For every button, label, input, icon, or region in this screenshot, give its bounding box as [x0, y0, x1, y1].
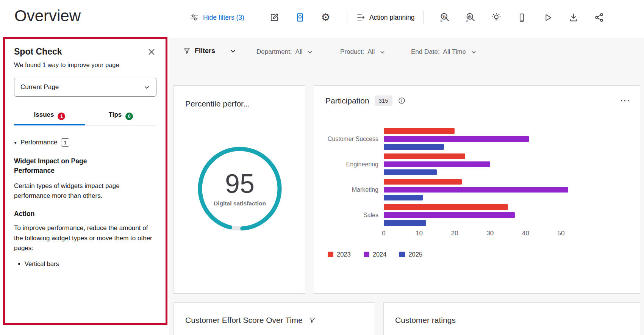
stats-iq-search-icon: ia	[465, 12, 476, 23]
legend-label: 2023	[337, 251, 351, 258]
bar-2023[interactable]	[384, 153, 465, 159]
action-planning-icon	[356, 13, 366, 22]
spot-check-subtitle: We found 1 way to improve your page	[14, 61, 156, 69]
filters-label: Filters	[195, 47, 215, 55]
svg-text:Ts: Ts	[442, 15, 446, 19]
insights-button[interactable]	[490, 11, 502, 23]
performance-count-badge: 1	[61, 138, 69, 147]
hide-filters-button[interactable]: Hide filters (3)	[189, 13, 244, 22]
bar-2025[interactable]	[384, 195, 423, 200]
chart-row: Engineering	[325, 153, 631, 175]
filter-end-date-label: End Date:	[411, 48, 440, 56]
more-options-button[interactable]: ⋯	[620, 95, 631, 106]
download-button[interactable]	[567, 11, 580, 23]
participation-legend: 202320242025	[328, 251, 631, 258]
category-label: Customer Success	[325, 136, 384, 142]
bar-2023[interactable]	[384, 204, 508, 210]
issue-bullet: Vertical bars	[25, 259, 156, 269]
chevron-down-icon	[307, 49, 313, 55]
category-label: Engineering	[325, 161, 384, 168]
tab-issues[interactable]: Issues1	[14, 106, 85, 125]
participation-chart: Customer SuccessEngineeringMarketingSale…	[325, 128, 631, 258]
lightbulb-icon	[491, 13, 501, 22]
spot-check-button[interactable]	[294, 11, 306, 23]
page-selector-value: Current Page	[20, 83, 59, 91]
bar-2025[interactable]	[384, 169, 437, 175]
caret-down-icon: ▾	[14, 139, 17, 146]
filter-end-date[interactable]: End Date: All Time	[411, 48, 477, 56]
bar-2025[interactable]	[384, 144, 444, 150]
share-button[interactable]	[593, 11, 605, 23]
close-icon	[147, 47, 156, 57]
svg-text:ia: ia	[440, 20, 442, 22]
legend-item[interactable]: 2023	[328, 251, 351, 258]
chevron-down-icon	[380, 49, 385, 55]
tips-count-badge: 0	[125, 113, 133, 120]
chevron-down-icon	[144, 84, 150, 91]
percentile-card: Percentile perfor... 95 Digital satisfac…	[174, 85, 305, 294]
page-search-icon	[295, 13, 305, 22]
legend-swatch	[399, 252, 405, 257]
spot-check-title: Spot Check	[14, 47, 62, 57]
performance-section-label: Performance	[20, 139, 57, 146]
info-icon[interactable]	[398, 97, 406, 105]
bar-2024[interactable]	[384, 212, 515, 218]
chart-row: Marketing	[325, 179, 631, 200]
page-selector-dropdown[interactable]: Current Page	[14, 78, 156, 97]
gauge-value: 95	[225, 171, 255, 197]
issue-body: Certain types of widgets impact page per…	[14, 181, 154, 201]
filter-department-label: Department:	[256, 48, 292, 56]
legend-swatch	[328, 252, 333, 257]
filter-product[interactable]: Product: All	[340, 48, 385, 56]
issue-heading: Widget Impact on Page Performance	[14, 157, 120, 176]
legend-item[interactable]: 2024	[364, 251, 387, 258]
tab-tips[interactable]: Tips0	[85, 106, 156, 125]
axis-tick: 30	[486, 230, 494, 237]
filters-toggle[interactable]: Filters	[183, 47, 236, 55]
mobile-icon	[517, 13, 527, 22]
participation-card-title: Participation	[325, 96, 369, 105]
svg-text:ia: ia	[466, 20, 468, 22]
spot-check-panel: Spot Check We found 1 way to improve you…	[3, 37, 167, 325]
axis-tick: 20	[451, 230, 458, 237]
bar-2024[interactable]	[384, 161, 490, 167]
pencil-icon	[269, 13, 279, 22]
filter-department[interactable]: Department: All	[256, 48, 313, 56]
spot-check-tabs: Issues1 Tips0	[14, 106, 156, 125]
performance-section-toggle[interactable]: ▾ Performance 1	[14, 138, 156, 147]
issues-count-badge: 1	[58, 113, 65, 120]
download-icon	[569, 13, 578, 22]
action-body: To improve performance, reduce the amoun…	[14, 223, 154, 253]
hide-filters-label: Hide filters (3)	[203, 14, 244, 22]
bar-2025[interactable]	[384, 220, 426, 226]
axis-tick: 50	[558, 230, 565, 237]
issue-bullet-list: Vertical bars	[14, 259, 156, 269]
toolbar-divider	[423, 11, 424, 24]
axis-tick: 10	[416, 230, 423, 237]
bar-2023[interactable]	[384, 179, 462, 185]
text-iq-search-icon: Ts ia	[439, 12, 450, 23]
category-label: Sales	[325, 212, 384, 219]
close-button[interactable]	[147, 47, 156, 57]
action-planning-button[interactable]: Action planning	[356, 13, 415, 22]
participation-card: Participation 315 ⋯ Customer SuccessEngi…	[314, 85, 640, 294]
edit-page-button[interactable]	[268, 11, 280, 23]
text-iq-button[interactable]: Ts ia	[439, 11, 451, 23]
filter-department-value: All	[295, 48, 303, 56]
bar-2024[interactable]	[384, 136, 529, 142]
mobile-preview-button[interactable]	[516, 11, 528, 23]
play-icon	[543, 13, 552, 22]
stats-iq-button[interactable]: ia	[464, 11, 477, 23]
bar-2024[interactable]	[384, 187, 568, 193]
axis-tick: 40	[522, 230, 529, 237]
play-button[interactable]	[542, 11, 554, 23]
funnel-icon[interactable]	[309, 317, 316, 324]
legend-label: 2025	[408, 251, 422, 258]
filter-sliders-icon	[189, 13, 199, 22]
settings-button[interactable]: ⚙	[320, 11, 332, 23]
legend-item[interactable]: 2025	[399, 251, 422, 258]
bar-2023[interactable]	[384, 128, 455, 134]
legend-label: 2024	[373, 251, 387, 258]
participation-plot: Customer SuccessEngineeringMarketingSale…	[325, 128, 631, 226]
tab-tips-label: Tips	[109, 111, 122, 118]
